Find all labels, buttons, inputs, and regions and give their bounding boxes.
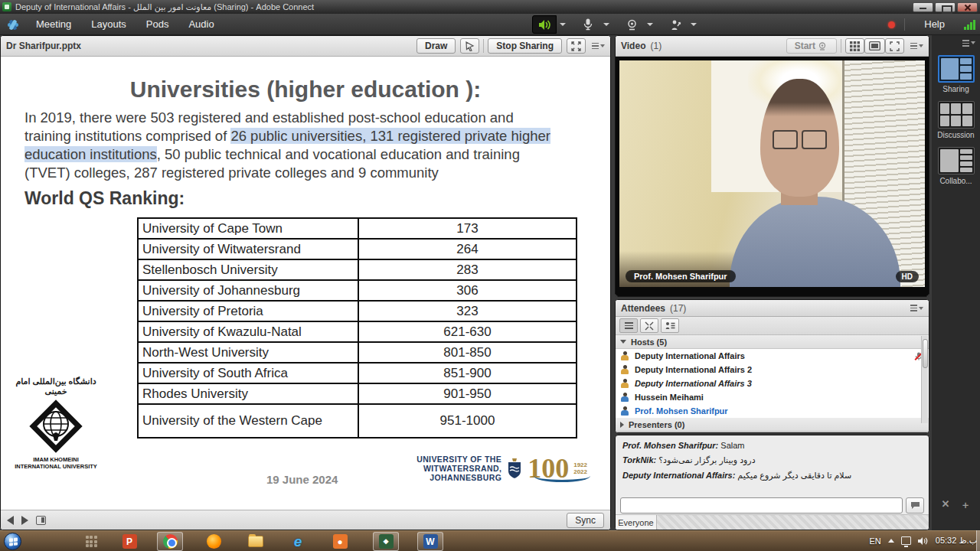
presentation-slide: Universities (higher education ): In 201… [1, 57, 610, 510]
sync-button[interactable]: Sync [567, 513, 604, 528]
layout-thumbnail-collaboration[interactable] [938, 147, 975, 174]
file-explorer-icon[interactable] [243, 532, 269, 551]
chat-messages: Prof. Mohsen Sharifpur: Salam TorkNik: د… [616, 435, 929, 491]
language-indicator[interactable]: EN [870, 536, 881, 546]
powerpoint-icon[interactable]: P [116, 532, 142, 551]
chrome-icon[interactable] [157, 532, 183, 551]
start-button[interactable] [4, 533, 21, 550]
clock[interactable]: 05:32 ب.ظ [936, 536, 977, 546]
video-fullscreen-icon[interactable] [885, 38, 904, 54]
send-message-icon[interactable] [906, 497, 924, 514]
chat-tab-bar: Everyone [616, 514, 929, 530]
attendees-pod-title: Attendees [621, 303, 665, 314]
close-button[interactable] [957, 2, 978, 12]
slide-panel-toggle-icon[interactable] [36, 516, 46, 525]
previous-slide-button[interactable] [7, 516, 14, 525]
start-webcam-button[interactable]: Start [786, 38, 837, 54]
firefox-icon[interactable] [201, 532, 227, 551]
layouts-sidebar: Sharing Discussion Collabo... ✕ ＋ [932, 35, 980, 530]
menu-help[interactable]: Help [914, 14, 955, 35]
attendee-row[interactable]: Deputy International Affairs 2 [616, 363, 929, 377]
qs-ranking-table: University of Cape Town173 University of… [137, 217, 577, 439]
everyone-tab[interactable]: Everyone [616, 515, 657, 530]
presenters-group-header[interactable]: Presenters (0) [616, 418, 929, 432]
microphone-icon[interactable] [576, 15, 600, 34]
attendees-scrollbar[interactable] [921, 336, 928, 423]
attendee-status-icon[interactable] [661, 318, 679, 333]
chat-sender: TorkNik: [622, 455, 656, 465]
hidden-icons-icon[interactable] [888, 539, 894, 543]
webcam-glyph-icon [818, 42, 828, 51]
minimize-button[interactable] [913, 2, 933, 12]
ikiu-calligraphy: دانشگاه بین‌المللی امام خمینی [10, 377, 102, 396]
word-icon[interactable]: W [417, 532, 443, 551]
wits-line2: WITWATERSRAND, [416, 464, 501, 473]
raise-hand-icon[interactable] [663, 15, 688, 34]
adobe-connect-window: Deputy of International Affairs - معاونت… [0, 0, 980, 551]
chat-sender: Deputy International Affairs: [622, 471, 735, 480]
close-layout-icon[interactable]: ✕ [942, 498, 950, 512]
share-pod-footer: Sync [1, 510, 610, 530]
menu-pods[interactable]: Pods [136, 14, 179, 35]
adobe-connect-taskbar-icon[interactable]: ❖ [373, 532, 399, 551]
video-pod-menu-icon[interactable] [910, 43, 923, 50]
window-titlebar: Deputy of International Affairs - معاونت… [0, 0, 980, 14]
ikiu-emblem-icon [28, 398, 84, 455]
host-user-icon [620, 379, 629, 388]
attendees-pod: Attendees (17) Hosts (5) Deputy Internat… [615, 299, 929, 433]
fullscreen-icon[interactable] [567, 38, 586, 54]
video-name-overlay: Prof. Mohsen Sharifpur [626, 270, 736, 282]
chat-message: TorkNik: درود وبینار برگزار نمی‌شود؟ [622, 455, 922, 465]
next-slide-button[interactable] [21, 516, 28, 525]
menu-audio[interactable]: Audio [178, 14, 224, 35]
stop-sharing-button[interactable]: Stop Sharing [488, 38, 562, 54]
hosts-group-header[interactable]: Hosts (5) [616, 335, 929, 349]
filmstrip-view-icon[interactable] [864, 38, 885, 54]
volume-tray-icon[interactable] [918, 536, 929, 546]
menu-layouts[interactable]: Layouts [81, 14, 136, 35]
webcam-dropdown-icon[interactable] [644, 15, 655, 34]
microphone-dropdown-icon[interactable] [600, 15, 612, 34]
host-user-icon [620, 351, 629, 360]
webcam-icon[interactable] [619, 15, 644, 34]
speaker-dropdown-icon[interactable] [557, 15, 568, 34]
attendee-row-selected[interactable]: Prof. Mohsen Sharifpur [616, 404, 929, 418]
add-layout-icon[interactable]: ＋ [960, 498, 970, 512]
menu-meeting[interactable]: Meeting [26, 14, 81, 35]
pointer-tool-button[interactable] [460, 38, 479, 54]
layout-thumbnail-discussion[interactable] [938, 101, 975, 129]
slide-title: Universities (higher education ): [1, 77, 610, 103]
participants-group-clipped [616, 432, 929, 433]
table-row: University of Kwazulu-Natal621-630 [138, 321, 577, 342]
breakout-rooms-icon[interactable] [640, 318, 658, 333]
scrollbar-thumb[interactable] [923, 339, 928, 368]
layouts-menu-icon[interactable] [962, 40, 975, 47]
attendees-pod-menu-icon[interactable] [910, 305, 923, 311]
connection-strength-icon[interactable] [964, 19, 975, 30]
chat-input[interactable] [620, 497, 903, 514]
show-desktop-button[interactable] [976, 530, 980, 551]
layout-thumbnail-sharing[interactable] [938, 55, 975, 83]
adobe-connect-logo-icon [3, 16, 26, 33]
expand-chevron-icon [620, 422, 624, 428]
attendee-row[interactable]: Deputy International Affairs [616, 349, 929, 363]
highlighted-text: education institutions [24, 146, 157, 162]
internet-explorer-icon[interactable]: e [285, 532, 311, 551]
grid-view-icon[interactable] [845, 38, 864, 54]
chat-message: Prof. Mohsen Sharifpur: Salam [622, 441, 922, 450]
office-app-icon[interactable]: ● [327, 532, 353, 551]
attendee-row[interactable]: Deputy International Affairs 3 [616, 377, 929, 390]
windows-taskbar [0, 530, 980, 551]
pinned-app-icon[interactable] [78, 532, 104, 551]
draw-button[interactable]: Draw [416, 38, 456, 54]
speaker-icon[interactable] [532, 15, 557, 34]
maximize-button[interactable] [935, 2, 956, 12]
attendee-row[interactable]: Hussein Meihami [616, 390, 929, 404]
share-pod-menu-icon[interactable] [592, 43, 605, 50]
list-view-icon[interactable] [619, 318, 638, 333]
raise-hand-dropdown-icon[interactable] [688, 15, 699, 34]
ikiu-logo: دانشگاه بین‌المللی امام خمینی IMAM KHOME… [10, 377, 102, 470]
network-tray-icon[interactable] [901, 536, 911, 545]
share-pod: Dr Sharifpur.pptx Draw Stop Sharing Univ… [0, 35, 611, 530]
chat-text: Salam [720, 441, 744, 450]
